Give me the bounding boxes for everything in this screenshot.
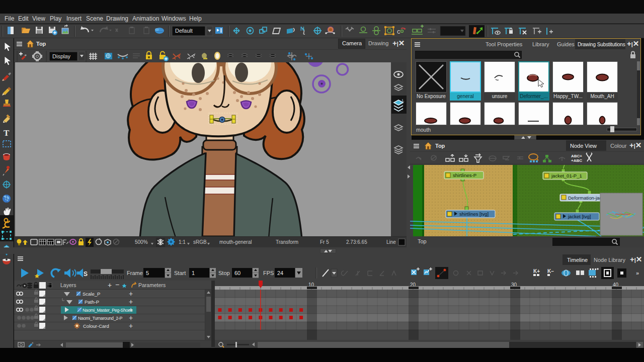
svg-text:Layers: Layers — [60, 282, 76, 288]
svg-text:500%: 500% — [135, 239, 148, 245]
svg-text:24: 24 — [277, 270, 283, 276]
svg-text:Scale_P: Scale_P — [83, 291, 100, 297]
svg-text:Line: Line — [386, 239, 396, 245]
svg-text:K−: K− — [547, 268, 554, 274]
svg-text:Display: Display — [52, 53, 71, 59]
svg-text:2.73:6.65: 2.73:6.65 — [346, 239, 367, 245]
svg-text:Colour-Card: Colour-Card — [83, 323, 109, 329]
svg-text:Path-P: Path-P — [85, 299, 99, 305]
svg-text:Default: Default — [175, 28, 193, 34]
svg-text:Frame: Frame — [127, 270, 143, 276]
svg-text:+: + — [129, 306, 133, 314]
svg-text:jacket_01-P_1: jacket_01-P_1 — [551, 173, 582, 178]
svg-text:Stop: Stop — [218, 270, 230, 276]
svg-text:c: c — [397, 28, 400, 35]
svg-text:+: + — [129, 290, 133, 298]
svg-text:N: N — [300, 26, 304, 32]
svg-text:+: + — [129, 298, 133, 306]
svg-text:S: S — [84, 270, 88, 278]
svg-text:Fr 5: Fr 5 — [320, 239, 329, 245]
svg-text:+: + — [108, 281, 112, 289]
svg-text:+: + — [129, 322, 133, 330]
svg-text:−: − — [115, 281, 119, 289]
svg-text:1: 1 — [192, 270, 195, 276]
svg-text:Deformation-jac: Deformation-jac — [568, 195, 602, 201]
svg-text:Start: Start — [174, 270, 186, 276]
svg-text:K+: K+ — [533, 268, 540, 274]
svg-text:1:1: 1:1 — [179, 239, 186, 245]
svg-text:jacket [tvg]: jacket [tvg] — [568, 214, 591, 219]
svg-text:»: » — [636, 270, 639, 276]
svg-text:5: 5 — [146, 270, 149, 276]
svg-text:Naomi_Turnaround_2-P: Naomi_Turnaround_2-P — [78, 316, 122, 321]
svg-text:T: T — [4, 128, 10, 138]
svg-text:Parameters: Parameters — [138, 282, 166, 288]
svg-text:+: + — [129, 314, 133, 322]
svg-text:shirtlines [tvg]: shirtlines [tvg] — [459, 211, 489, 217]
svg-text:Transform: Transform — [276, 239, 298, 245]
svg-text:ABC+: ABC+ — [571, 154, 582, 158]
svg-text:sRGB: sRGB — [193, 239, 207, 245]
svg-text:mouth-general: mouth-general — [219, 239, 252, 245]
svg-text:FPS: FPS — [263, 270, 274, 276]
svg-text:Naomi_Master_Peg-Shoes: Naomi_Master_Peg-Shoes — [83, 308, 133, 313]
svg-text:+ABC: +ABC — [571, 158, 582, 163]
svg-text:60: 60 — [234, 270, 240, 276]
svg-text:shirtlines-P: shirtlines-P — [453, 172, 476, 178]
svg-text:L: L — [402, 98, 405, 103]
